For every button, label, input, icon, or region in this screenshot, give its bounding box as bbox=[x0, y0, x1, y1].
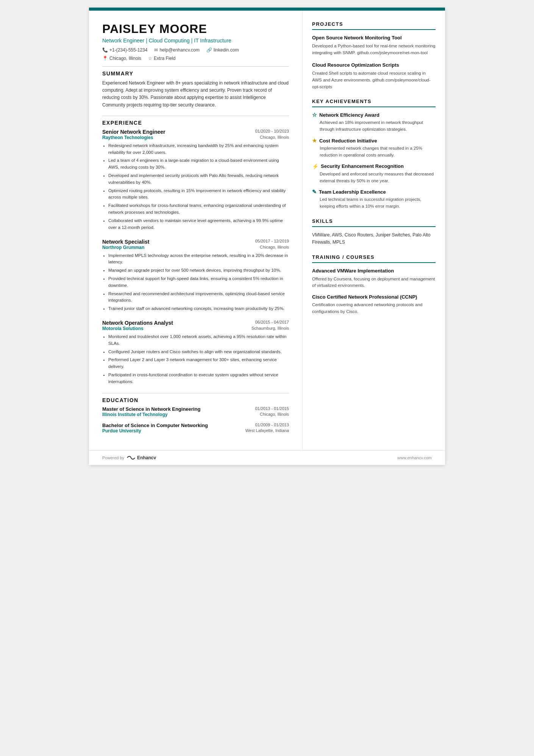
exp-sub-1: Raytheon Technologies Chicago, Illinois bbox=[102, 135, 289, 140]
edu-date-2: 01/2009 - 01/2013 bbox=[255, 423, 289, 428]
skills-text: VMWare, AWS, Cisco Routers, Juniper Swit… bbox=[312, 232, 436, 246]
bullet: Led a team of 4 engineers in a large-sca… bbox=[108, 157, 289, 171]
summary-text: Experienced Network Engineer with 8+ yea… bbox=[102, 80, 289, 109]
achievement-label-1: Network Efficiency Award bbox=[319, 112, 379, 118]
bullet: Implemented MPLS technology across the e… bbox=[108, 252, 289, 266]
contact-row: 📞 +1-(234)-555-1234 ✉ help@enhancv.com 🔗… bbox=[102, 47, 289, 53]
exp-company-1: Raytheon Technologies bbox=[102, 135, 153, 140]
project-title-1: Open Source Network Monitoring Tool bbox=[312, 34, 436, 41]
email-icon: ✉ bbox=[154, 47, 158, 53]
edu-school-2: Purdue University bbox=[102, 428, 141, 434]
footer-brand: Powered by Enhancv bbox=[102, 455, 156, 460]
edu-header-1: Master of Science in Network Engineering… bbox=[102, 406, 289, 412]
enhancv-brand-name: Enhancv bbox=[137, 455, 156, 460]
achievement-item-3: ⚡ Security Enhancement Recognition Devel… bbox=[312, 163, 436, 185]
summary-title: SUMMARY bbox=[102, 70, 289, 77]
edu-header-2: Bachelor of Science in Computer Networki… bbox=[102, 423, 289, 428]
footer-website: www.enhancv.com bbox=[397, 455, 432, 460]
exp-bullets-3: Monitored and troubleshot over 1,000 net… bbox=[102, 333, 289, 385]
bullet: Facilitated workshops for cross-function… bbox=[108, 202, 289, 216]
experience-divider bbox=[102, 116, 289, 116]
achievement-title-2: ★ Cost Reduction Initiative bbox=[312, 138, 436, 144]
achievements-section: KEY ACHIEVEMENTS ☆ Network Efficiency Aw… bbox=[312, 99, 436, 210]
exp-header-2: Network Specialist 05/2017 - 12/2019 bbox=[102, 239, 289, 245]
left-column: PAISLEY MOORE Network Engineer | Cloud C… bbox=[89, 11, 303, 450]
enhancv-logo: Enhancv bbox=[126, 455, 156, 460]
bullet: Participated in cross-functional coordin… bbox=[108, 372, 289, 385]
training-item-2: Cisco Certified Network Professional (CC… bbox=[312, 294, 436, 315]
pencil-icon: ✎ bbox=[312, 189, 317, 195]
edu-degree-1: Master of Science in Network Engineering bbox=[102, 406, 200, 412]
exp-date-2: 05/2017 - 12/2019 bbox=[255, 239, 289, 243]
top-bar bbox=[89, 8, 445, 11]
star-filled-icon: ★ bbox=[312, 138, 317, 144]
projects-divider bbox=[312, 29, 436, 30]
email-contact: ✉ help@enhancv.com bbox=[154, 47, 199, 53]
edu-item-1: Master of Science in Network Engineering… bbox=[102, 406, 289, 417]
bullet: Managed an upgrade project for over 500 … bbox=[108, 267, 289, 274]
achievement-title-3: ⚡ Security Enhancement Recognition bbox=[312, 163, 436, 169]
training-title-1: Advanced VMWare Implementation bbox=[312, 268, 436, 274]
achievement-desc-3: Developed and enforced security measures… bbox=[312, 171, 436, 185]
linkedin-url: linkedin.com bbox=[214, 47, 239, 53]
project-desc-2: Created Shell scripts to automate cloud … bbox=[312, 70, 436, 90]
project-desc-1: Developed a Python-based tool for real-t… bbox=[312, 43, 436, 56]
education-title: EDUCATION bbox=[102, 397, 289, 403]
linkedin-icon: 🔗 bbox=[206, 47, 212, 53]
training-item-1: Advanced VMWare Implementation Offered b… bbox=[312, 268, 436, 289]
skills-section: SKILLS VMWare, AWS, Cisco Routers, Junip… bbox=[312, 218, 436, 246]
exp-bullets-2: Implemented MPLS technology across the e… bbox=[102, 252, 289, 313]
edu-loc-1: Chicago, Illinois bbox=[260, 412, 289, 417]
bullet: Developed and implemented security proto… bbox=[108, 172, 289, 186]
location-contact: 📍 Chicago, Illinois bbox=[102, 56, 141, 61]
exp-location-1: Chicago, Illinois bbox=[260, 135, 289, 140]
exp-title-1: Senior Network Engineer bbox=[102, 129, 165, 135]
bullet: Configured Juniper routers and Cisco swi… bbox=[108, 349, 289, 355]
exp-header-1: Senior Network Engineer 01/2020 - 10/202… bbox=[102, 129, 289, 135]
star-outline-icon: ☆ bbox=[312, 112, 317, 118]
achievement-item-4: ✎ Team Leadership Excellence Led technic… bbox=[312, 189, 436, 210]
linkedin-contact: 🔗 linkedin.com bbox=[206, 47, 239, 53]
achievement-item-2: ★ Cost Reduction Initiative Implemented … bbox=[312, 138, 436, 159]
exp-sub-2: Northrop Grumman Chicago, Illinois bbox=[102, 245, 289, 250]
achievement-item-1: ☆ Network Efficiency Award Achieved an 1… bbox=[312, 112, 436, 133]
exp-bullets-1: Redesigned network infrastructure, incre… bbox=[102, 142, 289, 231]
achievement-label-2: Cost Reduction Initiative bbox=[319, 138, 377, 144]
edu-item-2: Bachelor of Science in Computer Networki… bbox=[102, 423, 289, 434]
content-area: PAISLEY MOORE Network Engineer | Cloud C… bbox=[89, 11, 445, 450]
bolt-icon: ⚡ bbox=[312, 163, 319, 169]
achievement-desc-4: Led technical teams in successful migrat… bbox=[312, 196, 436, 210]
resume-wrapper: PAISLEY MOORE Network Engineer | Cloud C… bbox=[89, 8, 445, 465]
bullet: Trained junior staff on advanced network… bbox=[108, 305, 289, 312]
projects-title: PROJECTS bbox=[312, 21, 436, 27]
achievement-title-4: ✎ Team Leadership Excellence bbox=[312, 189, 436, 195]
project-item-1: Open Source Network Monitoring Tool Deve… bbox=[312, 34, 436, 56]
phone-number: +1-(234)-555-1234 bbox=[109, 47, 147, 53]
bullet: Optimized routing protocols, resulting i… bbox=[108, 188, 289, 201]
exp-item-3: Network Operations Analyst 06/2015 - 04/… bbox=[102, 320, 289, 385]
bullet: Collaborated with vendors to maintain se… bbox=[108, 218, 289, 231]
achievement-desc-1: Achieved an 18% improvement in network t… bbox=[312, 119, 436, 133]
location-icon: 📍 bbox=[102, 56, 108, 61]
location-text: Chicago, Illinois bbox=[109, 56, 141, 61]
edu-sub-2: Purdue University West Lafayette, Indian… bbox=[102, 428, 289, 434]
exp-title-3: Network Operations Analyst bbox=[102, 320, 173, 326]
exp-company-3: Motorola Solutions bbox=[102, 326, 144, 331]
edu-school-1: Illinois Institute of Technology bbox=[102, 412, 167, 417]
training-divider bbox=[312, 262, 436, 263]
achievements-divider bbox=[312, 106, 436, 107]
enhancv-logo-icon bbox=[126, 455, 136, 460]
extra-field: Extra Field bbox=[154, 56, 175, 61]
right-column: PROJECTS Open Source Network Monitoring … bbox=[303, 11, 445, 450]
skills-divider bbox=[312, 226, 436, 227]
achievement-label-3: Security Enhancement Recognition bbox=[321, 163, 404, 169]
bullet: Performed Layer 2 and Layer 3 network ma… bbox=[108, 357, 289, 370]
edu-date-1: 01/2013 - 01/2015 bbox=[255, 406, 289, 412]
exp-date-3: 06/2015 - 04/2017 bbox=[255, 320, 289, 324]
full-name: PAISLEY MOORE bbox=[102, 22, 289, 36]
projects-section: PROJECTS Open Source Network Monitoring … bbox=[312, 21, 436, 90]
project-title-2: Cloud Resource Optimization Scripts bbox=[312, 62, 436, 69]
training-section: TRAINING / COURSES Advanced VMWare Imple… bbox=[312, 254, 436, 315]
edu-loc-2: West Lafayette, Indiana bbox=[245, 428, 289, 434]
training-title: TRAINING / COURSES bbox=[312, 254, 436, 260]
